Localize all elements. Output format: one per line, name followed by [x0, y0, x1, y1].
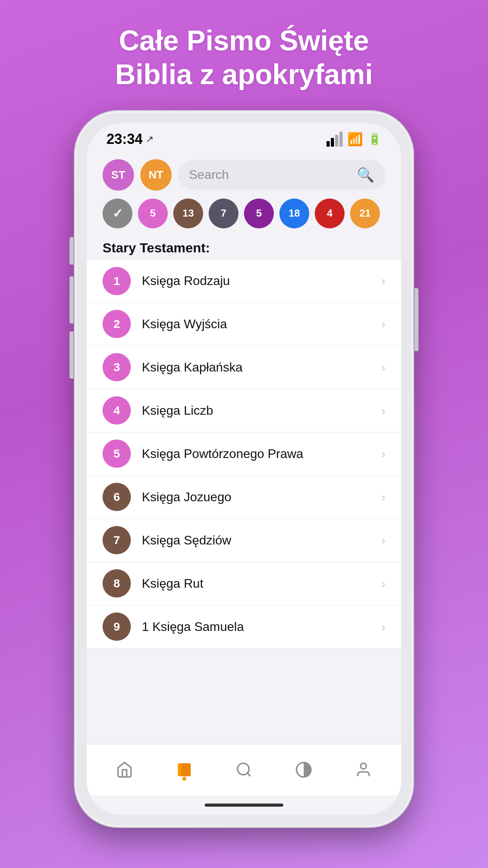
search-placeholder: Search	[189, 167, 352, 182]
status-icons: 📶 🔋	[327, 132, 382, 147]
signal-icon	[327, 132, 343, 147]
nav-item-home[interactable]	[116, 761, 133, 778]
filter-all-button[interactable]: ✓	[103, 199, 132, 228]
book-number-badge: 1	[103, 267, 131, 295]
book-number-badge: 4	[103, 396, 131, 425]
number-filter-row: ✓ 5 13 7 5 18 4 21	[103, 199, 385, 228]
bottom-navigation	[87, 744, 401, 795]
book-number-badge: 6	[103, 483, 131, 511]
svg-line-3	[248, 773, 251, 776]
book-name: Księga Sędziów	[142, 533, 370, 548]
chevron-right-icon: ›	[381, 490, 385, 504]
filter-4-button[interactable]: 4	[315, 199, 345, 228]
navigation-icon: ↗	[146, 134, 154, 145]
top-section: ST NT Search 🔍 ✓ 5 13 7 5 18 4 21	[87, 151, 401, 236]
wifi-icon: 📶	[347, 132, 363, 147]
book-name: Księga Liczb	[142, 403, 370, 418]
list-item[interactable]: 6 Księga Jozuego ›	[87, 476, 401, 519]
nav-item-search[interactable]	[235, 761, 253, 778]
battery-icon: 🔋	[368, 132, 382, 145]
svg-rect-1	[182, 763, 191, 776]
list-item[interactable]: 7 Księga Sędziów ›	[87, 519, 401, 562]
filter-7-button[interactable]: 7	[209, 199, 238, 228]
status-time: 23:34	[106, 131, 143, 147]
power-button	[415, 288, 418, 351]
book-name: Księga Powtórzonego Prawa	[142, 447, 370, 461]
search-bar[interactable]: Search 🔍	[178, 160, 385, 190]
book-name: Księga Wyjścia	[142, 317, 370, 331]
list-item[interactable]: 5 Księga Powtórzonego Prawa ›	[87, 432, 401, 476]
st-filter-button[interactable]: ST	[103, 159, 134, 191]
book-name: Księga Kapłańska	[142, 360, 370, 375]
list-item[interactable]: 1 Księga Rodzaju ›	[87, 259, 401, 303]
search-icon[interactable]: 🔍	[357, 167, 374, 183]
list-item[interactable]: 3 Księga Kapłańska ›	[87, 346, 401, 389]
hero-title: Całe Pismo Święte Biblia z apokryfami	[115, 24, 373, 92]
filter-row: ST NT Search 🔍	[103, 159, 385, 191]
volume-down-button	[70, 276, 73, 324]
nav-item-books[interactable]	[176, 761, 193, 778]
book-name: Księga Rodzaju	[142, 274, 370, 288]
book-icon	[176, 761, 193, 778]
silent-button	[70, 331, 73, 379]
svg-point-5	[361, 763, 367, 769]
nt-filter-button[interactable]: NT	[140, 159, 172, 191]
chevron-right-icon: ›	[381, 447, 385, 461]
book-number-badge: 3	[103, 353, 131, 381]
filter-5-purple-button[interactable]: 5	[244, 199, 274, 228]
list-item[interactable]: 8 Księga Rut ›	[87, 562, 401, 605]
home-bar	[205, 804, 283, 807]
book-number-badge: 2	[103, 310, 131, 338]
filter-21-button[interactable]: 21	[350, 199, 380, 228]
book-number-badge: 7	[103, 526, 131, 554]
book-number-badge: 5	[103, 440, 131, 468]
chevron-right-icon: ›	[381, 360, 385, 375]
chevron-right-icon: ›	[381, 317, 385, 331]
active-indicator	[182, 777, 186, 781]
book-number-badge: 9	[103, 612, 131, 641]
section-title: Stary Testament:	[87, 236, 401, 259]
book-name: 1 Księga Samuela	[142, 620, 370, 634]
nav-item-profile[interactable]	[355, 761, 372, 778]
book-number-badge: 8	[103, 569, 131, 598]
profile-icon	[355, 761, 372, 778]
chevron-right-icon: ›	[381, 533, 385, 548]
notch	[205, 123, 283, 139]
list-item[interactable]: 9 1 Księga Samuela ›	[87, 605, 401, 649]
book-name: Księga Rut	[142, 576, 370, 591]
nav-item-theme[interactable]	[295, 761, 312, 778]
search-nav-icon	[235, 761, 253, 778]
book-list: 1 Księga Rodzaju › 2 Księga Wyjścia › 3 …	[87, 259, 401, 744]
phone-screen: 23:34 ↗ 📶 🔋 ST NT Search	[87, 123, 401, 815]
list-item[interactable]: 2 Księga Wyjścia ›	[87, 303, 401, 346]
home-icon	[116, 761, 133, 778]
chevron-right-icon: ›	[381, 403, 385, 418]
home-indicator	[87, 795, 401, 815]
list-item[interactable]: 4 Księga Liczb ›	[87, 389, 401, 432]
volume-up-button	[70, 237, 73, 265]
filter-5-pink-button[interactable]: 5	[138, 199, 168, 228]
phone-mockup: 23:34 ↗ 📶 🔋 ST NT Search	[75, 111, 413, 827]
svg-point-2	[238, 763, 249, 775]
book-name: Księga Jozuego	[142, 490, 370, 504]
filter-18-button[interactable]: 18	[279, 199, 309, 228]
filter-13-button[interactable]: 13	[173, 199, 203, 228]
chevron-right-icon: ›	[381, 620, 385, 634]
theme-icon	[295, 761, 312, 778]
chevron-right-icon: ›	[381, 274, 385, 288]
chevron-right-icon: ›	[381, 576, 385, 591]
